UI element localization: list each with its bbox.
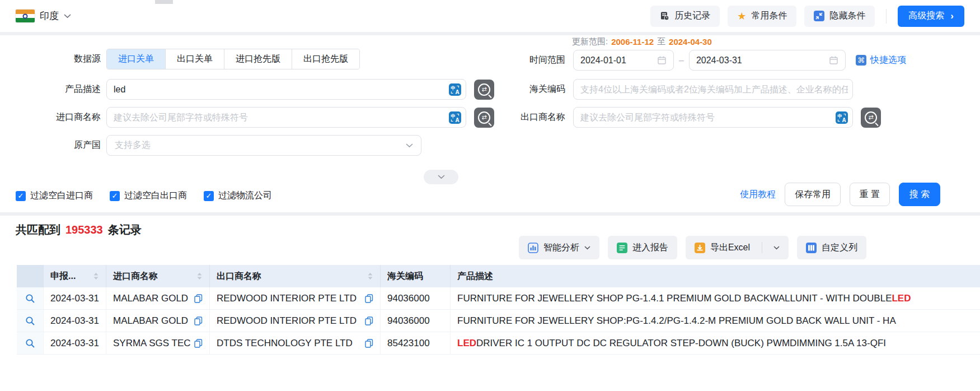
advanced-search-button[interactable]: 高级搜索 ›	[898, 6, 964, 27]
report-icon	[617, 243, 627, 253]
exporter-input[interactable]	[580, 113, 831, 123]
filter-checkbox[interactable]: ✓过滤空白出口商	[110, 190, 187, 202]
copy-icon[interactable]	[194, 339, 203, 348]
data-source-tab[interactable]: 进口关单	[107, 49, 165, 69]
divider	[762, 242, 762, 253]
cell-date: 2024-03-31	[50, 338, 99, 349]
header-label: 产品描述	[457, 271, 493, 282]
origin-country-placeholder: 支持多选	[115, 139, 151, 151]
exporter-field: 中 A	[573, 107, 853, 128]
filter-label: 过滤物流公司	[218, 190, 272, 202]
cell-exporter: DTDS TECHNOLOGY PTE LTD	[217, 338, 353, 349]
origin-country-select[interactable]: 支持多选	[106, 135, 421, 156]
customize-columns-label: 自定义列	[822, 242, 857, 254]
country-selector[interactable]: 印度	[16, 10, 71, 22]
history-button[interactable]: 历史记录	[650, 6, 720, 27]
checkbox-checked-icon[interactable]: ✓	[16, 191, 26, 201]
table-header-row: 申报... 进口商名称 出口商名称 海关编码 产品描述	[17, 265, 980, 287]
magnifier-icon[interactable]	[25, 338, 35, 348]
chevron-down-icon	[584, 246, 590, 250]
filter-label: 过滤空白出口商	[124, 190, 187, 202]
start-date-input[interactable]: 2024-01-01	[573, 50, 674, 71]
header-importer[interactable]: 进口商名称	[106, 265, 210, 287]
row-detail-cell[interactable]	[17, 332, 44, 354]
data-source-tab[interactable]: 出口关单	[165, 49, 224, 69]
cell-hs-code: 94036000	[387, 315, 430, 327]
product-desc-label: 产品描述	[16, 83, 101, 95]
end-date-input[interactable]: 2024-03-31	[689, 50, 846, 71]
enter-report-button[interactable]: 进入报告	[608, 236, 677, 259]
command-icon: ⌘	[856, 55, 866, 66]
data-source-tab[interactable]: 进口抢先版	[224, 49, 292, 69]
filter-checkbox[interactable]: ✓过滤空白进口商	[16, 190, 93, 202]
header-exporter[interactable]: 出口商名称	[210, 265, 381, 287]
table-row: 2024-03-31 SYRMA SGS TECH DTDS TECHNOLOG…	[17, 332, 980, 355]
copy-icon[interactable]	[365, 316, 373, 325]
origin-country-label: 原产国	[16, 139, 101, 151]
sort-icon[interactable]	[196, 272, 203, 280]
arrow-right-icon: ›	[950, 11, 954, 22]
cell-exporter: REDWOOD INTERIOR PTE LTD	[217, 293, 357, 304]
sort-icon[interactable]	[367, 272, 373, 280]
country-label: 印度	[40, 10, 59, 22]
importer-input[interactable]	[114, 113, 444, 123]
advanced-search-label: 高级搜索	[908, 10, 944, 22]
product-desc-field: 中 A	[106, 79, 466, 100]
india-flag-icon	[16, 10, 35, 22]
copy-icon[interactable]	[365, 294, 373, 303]
header-label: 出口商名称	[217, 271, 261, 282]
chevron-down-icon[interactable]	[773, 246, 780, 250]
desc-text: DRIVER IC 1 OUTPUT DC DC REGULATOR STEP-…	[476, 338, 886, 349]
desc-highlight: LED	[457, 338, 476, 349]
checkbox-checked-icon[interactable]: ✓	[204, 191, 214, 201]
favorites-label: 常用条件	[751, 10, 787, 22]
results-header: 共匹配到 195333 条记录 智能分析	[0, 216, 980, 265]
sort-icon[interactable]	[93, 272, 99, 280]
search-button[interactable]: 搜 索	[899, 183, 940, 206]
magnifier-icon[interactable]	[25, 294, 35, 304]
quick-options-link[interactable]: ⌘ 快捷选项	[856, 54, 906, 66]
tutorial-link[interactable]: 使用教程	[740, 189, 776, 201]
search-form: 更新范围: 2006-11-12 至 2024-04-30 数据源 进口关单出口…	[0, 35, 980, 212]
hide-conditions-label: 隐藏条件	[829, 10, 865, 22]
copy-icon[interactable]	[365, 339, 373, 348]
update-range-label: 更新范围:	[572, 36, 608, 47]
chevron-down-icon	[438, 175, 445, 179]
favorites-button[interactable]: ★ 常用条件	[728, 6, 796, 27]
customize-columns-button[interactable]: 自定义列	[797, 236, 866, 259]
row-detail-cell[interactable]	[17, 310, 44, 332]
row-detail-cell[interactable]	[17, 287, 44, 309]
match-count: 共匹配到 195333 条记录	[16, 222, 142, 238]
count-suffix: 条记录	[108, 222, 142, 238]
top-notch	[155, 0, 173, 4]
reset-button[interactable]: 重 置	[850, 183, 890, 206]
hs-code-input[interactable]	[580, 85, 848, 95]
copy-icon[interactable]	[194, 316, 203, 325]
exclude-exporter-button[interactable]: ⇄	[861, 108, 881, 128]
copy-icon[interactable]	[194, 294, 203, 303]
cell-importer: MALABAR GOLD	[113, 293, 188, 304]
cell-date: 2024-03-31	[50, 315, 99, 327]
cell-importer: SYRMA SGS TECH	[113, 338, 191, 349]
cell-hs-code: 85423100	[387, 338, 430, 349]
top-bar: 印度 历史记录 ★ 常用条件 隐藏条件	[0, 0, 980, 32]
data-source-tab[interactable]: 出口抢先版	[292, 49, 359, 69]
smart-analysis-label: 智能分析	[543, 242, 579, 254]
results-table: 申报... 进口商名称 出口商名称 海关编码 产品描述	[17, 265, 980, 355]
hide-conditions-button[interactable]: 隐藏条件	[804, 6, 875, 27]
history-icon	[660, 11, 669, 21]
export-excel-label: 导出Excel	[710, 242, 750, 254]
export-excel-button[interactable]: 导出Excel	[686, 236, 789, 259]
product-desc-input[interactable]	[114, 85, 444, 95]
collapse-form-button[interactable]	[424, 170, 458, 184]
magnifier-icon[interactable]	[25, 316, 35, 326]
translate-icon[interactable]: 中 A	[836, 111, 848, 124]
filter-checkbox[interactable]: ✓过滤物流公司	[204, 190, 272, 202]
history-label: 历史记录	[674, 10, 710, 22]
header-declare-date[interactable]: 申报...	[44, 265, 106, 287]
checkbox-checked-icon[interactable]: ✓	[110, 191, 120, 201]
filter-label: 过滤空白进口商	[30, 190, 93, 202]
importer-field: 中 A	[106, 107, 466, 128]
save-common-button[interactable]: 保存常用	[785, 183, 841, 206]
smart-analysis-button[interactable]: 智能分析	[519, 236, 599, 259]
